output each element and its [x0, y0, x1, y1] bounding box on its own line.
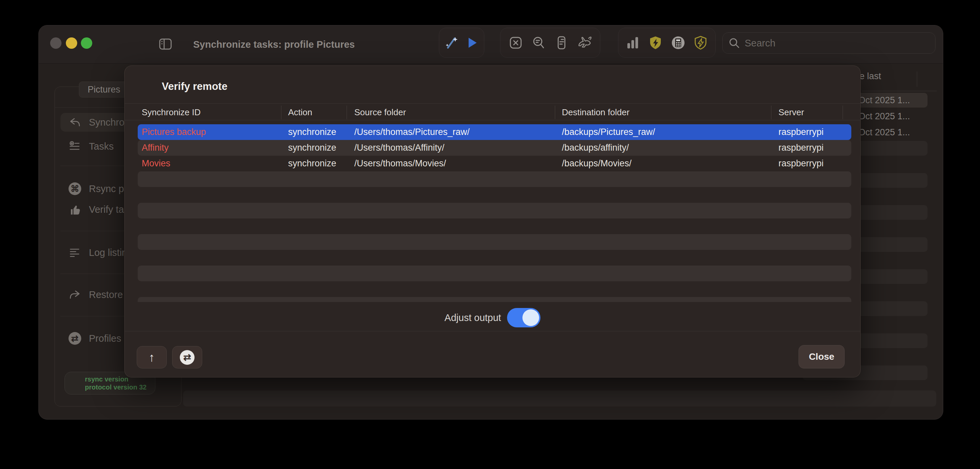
sidebar-item-label: Restore [89, 289, 123, 300]
bg-empty-row-wide [183, 390, 936, 407]
log-lines-icon [68, 246, 81, 259]
toolbar-group-status [618, 28, 716, 58]
upload-button[interactable]: ↑ [137, 346, 167, 368]
x-square-icon[interactable] [508, 35, 523, 51]
traffic-light-close[interactable] [50, 37, 62, 49]
tab-pictures[interactable]: Pictures [79, 81, 129, 98]
column-header-source-folder[interactable]: Source folder [354, 105, 406, 120]
window-title: Synchronize tasks: profile Pictures [193, 25, 355, 64]
adjust-output-toggle[interactable] [507, 308, 541, 327]
table-row-movies[interactable]: Movies synchronize /Users/thomas/Movies/… [138, 156, 851, 171]
search-field[interactable] [722, 32, 935, 54]
task-list-icon [68, 139, 81, 153]
sidebar-toggle-icon[interactable] [158, 37, 173, 51]
empty-row [138, 234, 851, 250]
transfer-icon: ⇄ [180, 350, 194, 365]
empty-row [138, 297, 851, 302]
empty-row [138, 266, 851, 281]
rsync-version-line2: protocol version 32 [85, 383, 155, 391]
shield-bolt-outline-icon[interactable] [693, 35, 708, 51]
adjust-output-row: Adjust output [125, 304, 860, 331]
empty-row [138, 203, 851, 219]
column-header-server[interactable]: Server [778, 105, 804, 120]
column-header-destination-folder[interactable]: Destination folder [562, 105, 629, 120]
forward-arrow-icon [68, 288, 81, 301]
thumbs-up-icon [68, 203, 81, 216]
close-button[interactable]: Close [799, 345, 845, 368]
dialog-title: Verify remote [162, 81, 227, 92]
column-divider[interactable] [771, 106, 772, 119]
bg-column-divider [917, 71, 917, 87]
traffic-light-minimize[interactable] [66, 37, 77, 49]
transfer-button[interactable]: ⇄ [172, 346, 202, 368]
toolbar-group-tools [500, 28, 600, 58]
command-icon: ⌘ [68, 182, 81, 195]
column-header-synchronize-id[interactable]: Synchronize ID [142, 105, 200, 120]
table-row-affinity[interactable]: Affinity synchronize /Users/thomas/Affin… [138, 140, 851, 156]
task-table: Pictures backup synchronize /Users/thoma… [125, 124, 860, 302]
column-divider[interactable] [843, 106, 843, 119]
search-text-icon[interactable] [531, 35, 546, 51]
column-divider[interactable] [347, 106, 347, 119]
up-arrow-icon: ↑ [149, 350, 155, 364]
calculator-icon[interactable] [670, 35, 686, 51]
column-header-action[interactable]: Action [288, 105, 312, 120]
empty-row [138, 171, 851, 187]
adjust-output-label: Adjust output [445, 312, 501, 323]
verify-remote-dialog: Verify remote Synchronize ID Action Sour… [124, 65, 861, 377]
search-icon [729, 37, 740, 49]
transfer-circle-icon: ⇄ [68, 332, 81, 345]
bar-chart-icon[interactable] [625, 35, 641, 51]
divider [125, 331, 860, 331]
column-divider[interactable] [281, 106, 282, 119]
search-input[interactable] [745, 38, 929, 49]
shield-bolt-filled-icon[interactable] [648, 35, 663, 51]
traffic-light-zoom[interactable] [81, 37, 92, 49]
bg-header-divider [862, 91, 937, 91]
sidebar-item-label: Profiles [89, 333, 121, 344]
rabbit-icon[interactable] [577, 35, 592, 51]
toggle-knob [522, 309, 539, 326]
reply-arrow-icon [68, 116, 81, 129]
table-row-pictures-backup[interactable]: Pictures backup synchronize /Users/thoma… [138, 124, 851, 140]
log-document-icon[interactable] [554, 35, 569, 51]
play-icon[interactable] [464, 35, 479, 51]
toolbar-group-run [439, 28, 484, 58]
column-divider[interactable] [555, 106, 555, 119]
sidebar-item-label: Tasks [89, 141, 114, 152]
magic-wand-icon[interactable] [444, 35, 459, 51]
toolbar: Synchronize tasks: profile Pictures [39, 25, 943, 64]
